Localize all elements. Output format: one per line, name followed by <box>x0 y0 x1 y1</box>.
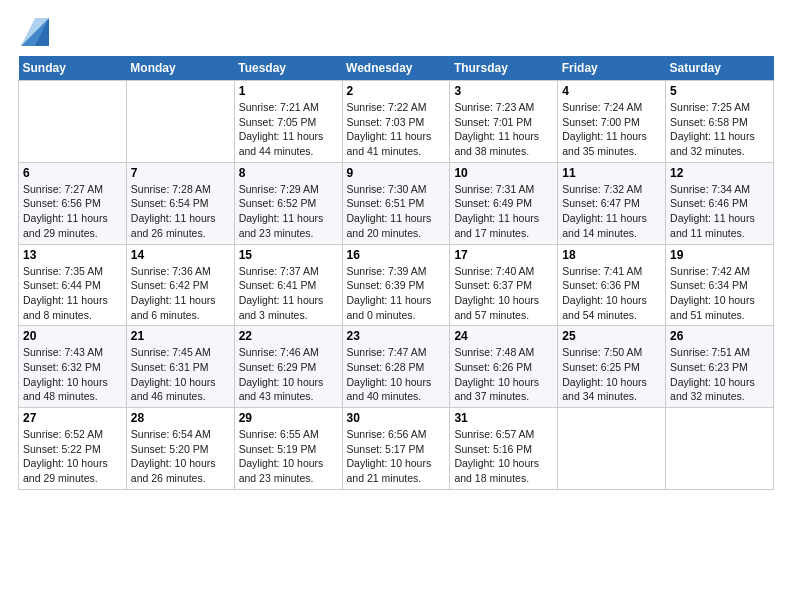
cell-info: Sunrise: 7:48 AMSunset: 6:26 PMDaylight:… <box>454 345 553 404</box>
cell-day-number: 25 <box>562 329 661 343</box>
weekday-header-row: SundayMondayTuesdayWednesdayThursdayFrid… <box>19 56 774 81</box>
cell-info: Sunrise: 7:41 AMSunset: 6:36 PMDaylight:… <box>562 264 661 323</box>
cell-day-number: 12 <box>670 166 769 180</box>
cell-info: Sunrise: 7:27 AMSunset: 6:56 PMDaylight:… <box>23 182 122 241</box>
cell-info: Sunrise: 7:46 AMSunset: 6:29 PMDaylight:… <box>239 345 338 404</box>
cell-day-number: 22 <box>239 329 338 343</box>
calendar-cell: 20Sunrise: 7:43 AMSunset: 6:32 PMDayligh… <box>19 326 127 408</box>
weekday-header-saturday: Saturday <box>666 56 774 81</box>
calendar-cell: 15Sunrise: 7:37 AMSunset: 6:41 PMDayligh… <box>234 244 342 326</box>
calendar-table: SundayMondayTuesdayWednesdayThursdayFrid… <box>18 56 774 490</box>
cell-day-number: 3 <box>454 84 553 98</box>
cell-info: Sunrise: 7:28 AMSunset: 6:54 PMDaylight:… <box>131 182 230 241</box>
cell-info: Sunrise: 7:35 AMSunset: 6:44 PMDaylight:… <box>23 264 122 323</box>
calendar-cell: 6Sunrise: 7:27 AMSunset: 6:56 PMDaylight… <box>19 162 127 244</box>
cell-info: Sunrise: 7:36 AMSunset: 6:42 PMDaylight:… <box>131 264 230 323</box>
calendar-cell: 5Sunrise: 7:25 AMSunset: 6:58 PMDaylight… <box>666 81 774 163</box>
cell-info: Sunrise: 7:32 AMSunset: 6:47 PMDaylight:… <box>562 182 661 241</box>
cell-info: Sunrise: 6:55 AMSunset: 5:19 PMDaylight:… <box>239 427 338 486</box>
cell-info: Sunrise: 7:22 AMSunset: 7:03 PMDaylight:… <box>347 100 446 159</box>
weekday-header-friday: Friday <box>558 56 666 81</box>
cell-info: Sunrise: 7:37 AMSunset: 6:41 PMDaylight:… <box>239 264 338 323</box>
calendar-cell <box>126 81 234 163</box>
cell-day-number: 7 <box>131 166 230 180</box>
cell-info: Sunrise: 7:21 AMSunset: 7:05 PMDaylight:… <box>239 100 338 159</box>
cell-info: Sunrise: 7:31 AMSunset: 6:49 PMDaylight:… <box>454 182 553 241</box>
cell-day-number: 23 <box>347 329 446 343</box>
week-row-3: 13Sunrise: 7:35 AMSunset: 6:44 PMDayligh… <box>19 244 774 326</box>
cell-info: Sunrise: 6:54 AMSunset: 5:20 PMDaylight:… <box>131 427 230 486</box>
cell-day-number: 2 <box>347 84 446 98</box>
cell-day-number: 19 <box>670 248 769 262</box>
calendar-cell: 1Sunrise: 7:21 AMSunset: 7:05 PMDaylight… <box>234 81 342 163</box>
cell-day-number: 11 <box>562 166 661 180</box>
calendar-cell: 3Sunrise: 7:23 AMSunset: 7:01 PMDaylight… <box>450 81 558 163</box>
cell-day-number: 15 <box>239 248 338 262</box>
weekday-header-thursday: Thursday <box>450 56 558 81</box>
calendar-cell: 11Sunrise: 7:32 AMSunset: 6:47 PMDayligh… <box>558 162 666 244</box>
calendar-cell: 18Sunrise: 7:41 AMSunset: 6:36 PMDayligh… <box>558 244 666 326</box>
calendar-cell: 28Sunrise: 6:54 AMSunset: 5:20 PMDayligh… <box>126 408 234 490</box>
cell-day-number: 10 <box>454 166 553 180</box>
cell-info: Sunrise: 7:25 AMSunset: 6:58 PMDaylight:… <box>670 100 769 159</box>
cell-info: Sunrise: 7:23 AMSunset: 7:01 PMDaylight:… <box>454 100 553 159</box>
cell-info: Sunrise: 6:52 AMSunset: 5:22 PMDaylight:… <box>23 427 122 486</box>
cell-day-number: 1 <box>239 84 338 98</box>
calendar-cell: 29Sunrise: 6:55 AMSunset: 5:19 PMDayligh… <box>234 408 342 490</box>
calendar-cell: 25Sunrise: 7:50 AMSunset: 6:25 PMDayligh… <box>558 326 666 408</box>
week-row-4: 20Sunrise: 7:43 AMSunset: 6:32 PMDayligh… <box>19 326 774 408</box>
cell-day-number: 13 <box>23 248 122 262</box>
cell-day-number: 30 <box>347 411 446 425</box>
cell-info: Sunrise: 6:56 AMSunset: 5:17 PMDaylight:… <box>347 427 446 486</box>
cell-day-number: 17 <box>454 248 553 262</box>
page: SundayMondayTuesdayWednesdayThursdayFrid… <box>0 0 792 612</box>
cell-day-number: 29 <box>239 411 338 425</box>
cell-info: Sunrise: 7:29 AMSunset: 6:52 PMDaylight:… <box>239 182 338 241</box>
cell-info: Sunrise: 7:51 AMSunset: 6:23 PMDaylight:… <box>670 345 769 404</box>
cell-day-number: 18 <box>562 248 661 262</box>
cell-day-number: 14 <box>131 248 230 262</box>
calendar-cell: 17Sunrise: 7:40 AMSunset: 6:37 PMDayligh… <box>450 244 558 326</box>
cell-info: Sunrise: 6:57 AMSunset: 5:16 PMDaylight:… <box>454 427 553 486</box>
weekday-header-wednesday: Wednesday <box>342 56 450 81</box>
header <box>18 18 774 46</box>
cell-day-number: 31 <box>454 411 553 425</box>
weekday-header-tuesday: Tuesday <box>234 56 342 81</box>
calendar-cell: 14Sunrise: 7:36 AMSunset: 6:42 PMDayligh… <box>126 244 234 326</box>
calendar-cell: 30Sunrise: 6:56 AMSunset: 5:17 PMDayligh… <box>342 408 450 490</box>
calendar-cell: 9Sunrise: 7:30 AMSunset: 6:51 PMDaylight… <box>342 162 450 244</box>
calendar-cell: 7Sunrise: 7:28 AMSunset: 6:54 PMDaylight… <box>126 162 234 244</box>
cell-info: Sunrise: 7:50 AMSunset: 6:25 PMDaylight:… <box>562 345 661 404</box>
cell-info: Sunrise: 7:42 AMSunset: 6:34 PMDaylight:… <box>670 264 769 323</box>
calendar-cell: 19Sunrise: 7:42 AMSunset: 6:34 PMDayligh… <box>666 244 774 326</box>
week-row-1: 1Sunrise: 7:21 AMSunset: 7:05 PMDaylight… <box>19 81 774 163</box>
cell-day-number: 21 <box>131 329 230 343</box>
calendar-cell: 12Sunrise: 7:34 AMSunset: 6:46 PMDayligh… <box>666 162 774 244</box>
calendar-cell <box>558 408 666 490</box>
calendar-cell: 24Sunrise: 7:48 AMSunset: 6:26 PMDayligh… <box>450 326 558 408</box>
calendar-cell: 22Sunrise: 7:46 AMSunset: 6:29 PMDayligh… <box>234 326 342 408</box>
calendar-cell: 27Sunrise: 6:52 AMSunset: 5:22 PMDayligh… <box>19 408 127 490</box>
cell-day-number: 24 <box>454 329 553 343</box>
cell-info: Sunrise: 7:47 AMSunset: 6:28 PMDaylight:… <box>347 345 446 404</box>
cell-info: Sunrise: 7:43 AMSunset: 6:32 PMDaylight:… <box>23 345 122 404</box>
calendar-cell: 13Sunrise: 7:35 AMSunset: 6:44 PMDayligh… <box>19 244 127 326</box>
cell-info: Sunrise: 7:30 AMSunset: 6:51 PMDaylight:… <box>347 182 446 241</box>
cell-day-number: 4 <box>562 84 661 98</box>
calendar-cell: 10Sunrise: 7:31 AMSunset: 6:49 PMDayligh… <box>450 162 558 244</box>
cell-info: Sunrise: 7:45 AMSunset: 6:31 PMDaylight:… <box>131 345 230 404</box>
calendar-cell <box>19 81 127 163</box>
cell-info: Sunrise: 7:40 AMSunset: 6:37 PMDaylight:… <box>454 264 553 323</box>
calendar-cell: 23Sunrise: 7:47 AMSunset: 6:28 PMDayligh… <box>342 326 450 408</box>
week-row-2: 6Sunrise: 7:27 AMSunset: 6:56 PMDaylight… <box>19 162 774 244</box>
cell-day-number: 20 <box>23 329 122 343</box>
cell-day-number: 27 <box>23 411 122 425</box>
cell-day-number: 16 <box>347 248 446 262</box>
cell-day-number: 9 <box>347 166 446 180</box>
weekday-header-sunday: Sunday <box>19 56 127 81</box>
weekday-header-monday: Monday <box>126 56 234 81</box>
calendar-cell <box>666 408 774 490</box>
cell-day-number: 6 <box>23 166 122 180</box>
cell-day-number: 28 <box>131 411 230 425</box>
cell-day-number: 5 <box>670 84 769 98</box>
